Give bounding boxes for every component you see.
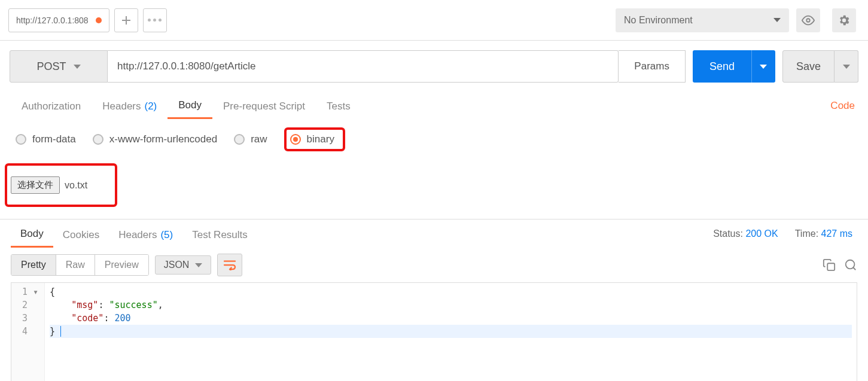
eye-icon: [802, 14, 815, 27]
resp-headers-count: (5): [160, 229, 173, 241]
request-bar: POST Params Send Save: [0, 41, 868, 92]
time-label: Time:: [795, 228, 818, 239]
radio-icon: [93, 134, 103, 145]
chevron-down-icon: [843, 65, 850, 69]
search-response-button[interactable]: [844, 258, 857, 272]
language-label: JSON: [164, 260, 190, 270]
tab-label: Tests: [327, 100, 351, 112]
tab-label: Test Results: [192, 229, 248, 241]
code-token: }: [50, 326, 55, 337]
tab-label: Cookies: [63, 229, 99, 241]
tab-label: Body: [178, 99, 202, 111]
save-button[interactable]: Save: [782, 50, 835, 83]
body-type-radios: form-data x-www-form-urlencoded raw bina…: [0, 119, 868, 160]
view-pretty-button[interactable]: Pretty: [11, 255, 56, 275]
language-select[interactable]: JSON: [155, 255, 212, 275]
resp-tab-cookies[interactable]: Cookies: [53, 221, 109, 247]
dirty-indicator: [96, 17, 102, 23]
request-tab-label: http://127.0.0.1:808: [16, 16, 89, 25]
tab-headers[interactable]: Headers (2): [92, 93, 167, 118]
radio-icon: [16, 134, 26, 145]
search-icon: [844, 258, 857, 272]
code-area: { "msg": "success", "code": 200 }: [45, 283, 857, 381]
radio-formdata[interactable]: form-data: [16, 133, 76, 145]
http-method-label: POST: [36, 60, 66, 73]
resp-tab-tests[interactable]: Test Results: [182, 221, 257, 247]
tab-label: Body: [20, 228, 44, 240]
choose-file-button[interactable]: 选择文件: [11, 176, 60, 194]
request-tabs: Authorization Headers (2) Body Pre-reque…: [0, 92, 868, 119]
status-label: Status:: [713, 228, 743, 239]
time-value: 427 ms: [821, 228, 852, 239]
resp-tab-body[interactable]: Body: [11, 220, 53, 248]
code-token: "code": [71, 313, 103, 324]
response-viewer-toolbar: Pretty Raw Preview JSON: [0, 248, 868, 282]
tab-tests[interactable]: Tests: [316, 93, 361, 118]
environment-preview-button[interactable]: [796, 8, 820, 32]
ellipsis-icon: [148, 19, 162, 22]
radio-label: form-data: [32, 133, 76, 145]
radio-xwww[interactable]: x-www-form-urlencoded: [93, 133, 217, 145]
params-button[interactable]: Params: [619, 50, 686, 83]
tab-label: Headers: [118, 229, 157, 241]
new-tab-button[interactable]: [114, 8, 138, 32]
environment-label: No Environment: [624, 15, 693, 26]
tab-authorization[interactable]: Authorization: [11, 93, 92, 118]
radio-label: binary: [307, 133, 334, 145]
radio-label: raw: [251, 133, 267, 145]
top-bar: http://127.0.0.1:808 No Environment: [0, 0, 868, 41]
tab-menu-button[interactable]: [143, 8, 167, 32]
save-dropdown-button[interactable]: [835, 50, 858, 83]
svg-point-2: [846, 260, 855, 269]
gutter: 1 ▾ 2 3 4: [11, 283, 45, 381]
radio-icon: [234, 134, 245, 145]
url-input[interactable]: [108, 50, 619, 83]
highlight-box-binary: binary: [284, 127, 345, 151]
wrap-icon: [223, 260, 236, 270]
svg-rect-1: [827, 263, 835, 270]
wrap-lines-button[interactable]: [217, 254, 242, 276]
view-mode-group: Pretty Raw Preview: [11, 254, 149, 276]
chevron-down-icon: [773, 18, 781, 22]
code-token: 200: [114, 313, 130, 324]
copy-response-button[interactable]: [823, 258, 836, 272]
settings-button[interactable]: [832, 8, 856, 32]
code-token: "success": [109, 300, 157, 310]
view-raw-button[interactable]: Raw: [56, 255, 95, 275]
code-token: {: [50, 286, 55, 297]
radio-icon-selected: [290, 134, 301, 145]
chevron-down-icon: [74, 65, 81, 69]
selected-filename: vo.txt: [65, 180, 87, 191]
svg-point-0: [806, 19, 810, 22]
environment-select[interactable]: No Environment: [616, 8, 789, 32]
send-button[interactable]: Send: [693, 50, 751, 83]
status-value: 200 OK: [745, 228, 778, 239]
code-link[interactable]: Code: [828, 93, 857, 119]
copy-icon: [823, 258, 836, 272]
highlight-box-file: 选择文件 vo.txt: [5, 163, 117, 207]
tab-prerequest[interactable]: Pre-request Script: [212, 93, 316, 118]
headers-count: (2): [145, 100, 157, 112]
tab-label: Authorization: [22, 100, 81, 112]
radio-binary[interactable]: binary: [290, 133, 334, 145]
plus-icon: [122, 16, 130, 25]
response-tabs: Body Cookies Headers (5) Test Results St…: [0, 220, 868, 248]
gear-icon: [837, 14, 851, 27]
request-tab[interactable]: http://127.0.0.1:808: [8, 8, 109, 32]
response-meta: Status: 200 OK Time: 427 ms: [713, 228, 857, 239]
tab-label: Pre-request Script: [223, 100, 305, 112]
http-method-select[interactable]: POST: [10, 50, 108, 83]
code-token: "msg": [71, 300, 98, 310]
radio-raw[interactable]: raw: [234, 133, 267, 145]
view-preview-button[interactable]: Preview: [95, 255, 148, 275]
send-dropdown-button[interactable]: [751, 50, 775, 83]
resp-tab-headers[interactable]: Headers (5): [109, 221, 182, 247]
chevron-down-icon: [195, 263, 202, 267]
response-section: Body Cookies Headers (5) Test Results St…: [0, 219, 868, 381]
tab-label: Headers: [102, 100, 141, 112]
response-code-viewer[interactable]: 1 ▾ 2 3 4 { "msg": "success", "code": 20…: [11, 282, 857, 381]
radio-label: x-www-form-urlencoded: [109, 133, 217, 145]
chevron-down-icon: [760, 65, 767, 69]
tab-body[interactable]: Body: [167, 92, 212, 119]
